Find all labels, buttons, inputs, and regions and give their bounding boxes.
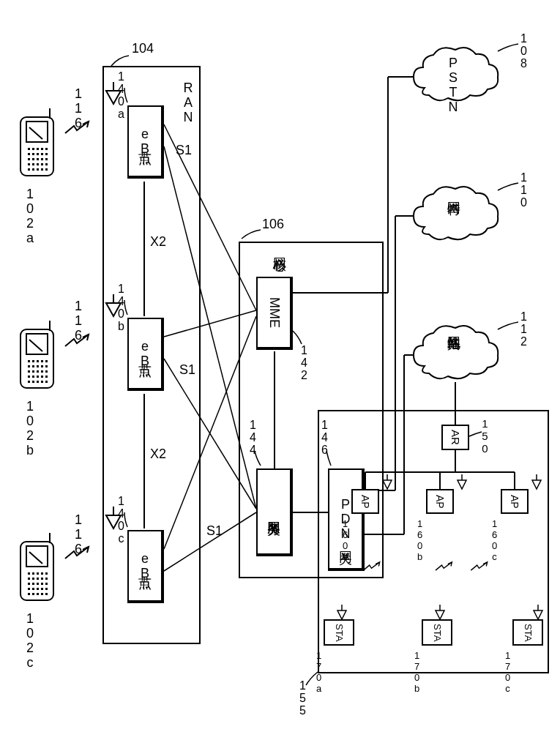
sta-c-label: STA <box>523 624 534 641</box>
sta-a-box: STA <box>324 619 354 646</box>
x2-label-1: X2 <box>150 234 166 250</box>
sta-b-label: STA <box>432 624 443 641</box>
enodeb-b: e节点B <box>127 318 164 391</box>
sta-c-box: STA <box>512 619 543 646</box>
rf-c-ref: 116 <box>70 512 86 556</box>
ap-b-box: AP <box>426 489 454 514</box>
enodeb-c-label: e节点B <box>136 551 154 580</box>
ap-c-box: AP <box>501 489 529 514</box>
ap-a-label: AP <box>359 495 371 509</box>
ar-ref: 150 <box>479 417 491 455</box>
ap-a-ref: 160a <box>340 518 351 562</box>
ue-a-ref: 102a <box>22 187 37 245</box>
ran-ref: 104 <box>132 41 154 56</box>
enodeb-a-ref: 140a <box>114 70 127 120</box>
ap-c-ref: 160c <box>489 518 500 562</box>
pstn-label: PSTN <box>445 56 460 114</box>
wlan-ref: 155 <box>296 679 309 717</box>
mme-label: MME <box>266 297 282 328</box>
s1-label-3: S1 <box>206 523 223 539</box>
rf-b-ref: 116 <box>70 299 86 343</box>
ran-label: RAN <box>180 81 195 124</box>
internet-ref: 110 <box>517 171 530 209</box>
core-ref: 106 <box>262 217 284 232</box>
mme-box: MME <box>256 277 293 350</box>
other-ref: 112 <box>517 310 530 348</box>
ue-b-ref: 102b <box>22 399 37 458</box>
ue-c-icon <box>20 533 53 600</box>
ar-label: AR <box>449 430 462 445</box>
sgw-ref: 144 <box>246 419 259 456</box>
ue-b-icon <box>20 321 53 388</box>
ap-c-label: AP <box>509 495 520 509</box>
ap-a-box: AP <box>351 489 379 514</box>
enodeb-b-label: e节点B <box>136 339 154 368</box>
pstn-ref: 108 <box>517 32 530 70</box>
x2-label-2: X2 <box>150 447 166 462</box>
enodeb-a: e节点B <box>127 105 164 179</box>
ap-b-label: AP <box>434 495 446 509</box>
rf-a-ref: 116 <box>70 86 86 130</box>
s1-label-1: S1 <box>176 143 192 158</box>
ap-b-ref: 160b <box>414 518 425 562</box>
sta-b-box: STA <box>422 619 452 646</box>
sta-a-label: STA <box>334 624 345 641</box>
sta-b-ref: 170b <box>411 650 422 694</box>
sgw-box: 服务网关 <box>256 468 293 556</box>
s1-label-2: S1 <box>179 362 195 378</box>
sta-c-ref: 170c <box>502 650 513 694</box>
ue-c-ref: 102c <box>22 611 37 670</box>
mme-ref: 142 <box>297 344 310 381</box>
sta-a-ref: 170a <box>313 650 324 694</box>
enodeb-a-label: e节点B <box>136 127 154 156</box>
enodeb-c-ref: 140c <box>114 495 127 545</box>
enodeb-c: e节点B <box>127 530 164 603</box>
enodeb-b-ref: 140b <box>114 283 127 332</box>
ar-box: AR <box>441 425 469 450</box>
ue-a-icon <box>20 108 53 176</box>
